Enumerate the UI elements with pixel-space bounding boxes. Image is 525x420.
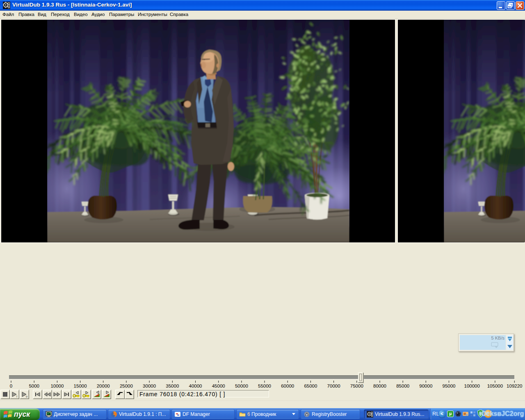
- svg-text:85000: 85000: [396, 383, 409, 388]
- svg-text:100000: 100000: [464, 383, 480, 388]
- svg-text:40000: 40000: [189, 383, 202, 388]
- svg-text:60000: 60000: [281, 383, 294, 388]
- svg-text:80000: 80000: [373, 383, 386, 388]
- svg-text:o: o: [26, 395, 27, 398]
- svg-text:65000: 65000: [304, 383, 317, 388]
- svg-text:20000: 20000: [97, 383, 110, 388]
- svg-text:70000: 70000: [327, 383, 340, 388]
- svg-text:30000: 30000: [143, 383, 156, 388]
- svg-text:I: I: [16, 395, 17, 398]
- svg-text:45000: 45000: [212, 383, 225, 388]
- svg-text:10000: 10000: [50, 383, 64, 388]
- svg-text:105000: 105000: [487, 383, 503, 388]
- svg-text:25000: 25000: [120, 383, 133, 388]
- svg-text:109220: 109220: [507, 383, 522, 388]
- svg-text:15000: 15000: [74, 383, 87, 388]
- svg-text:50000: 50000: [235, 383, 248, 388]
- svg-text:5000: 5000: [29, 383, 39, 388]
- svg-text:90000: 90000: [419, 383, 432, 388]
- svg-text:0: 0: [10, 383, 12, 388]
- svg-text:55000: 55000: [258, 383, 271, 388]
- svg-text:35000: 35000: [166, 383, 179, 388]
- svg-text:95000: 95000: [443, 383, 456, 388]
- svg-text:75000: 75000: [350, 383, 363, 388]
